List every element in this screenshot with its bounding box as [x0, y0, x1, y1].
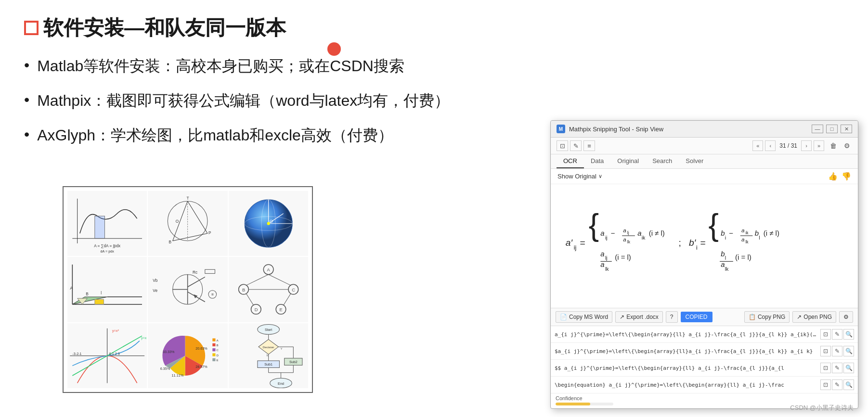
- nav-next-button[interactable]: ›: [801, 140, 812, 151]
- svg-text:A: A: [267, 268, 270, 273]
- nav-prev-button[interactable]: ‹: [765, 140, 776, 151]
- svg-text:lj: lj: [605, 255, 608, 261]
- graph-cell-triangle: T B P O: [148, 191, 227, 256]
- tab-original[interactable]: Original: [610, 154, 646, 168]
- svg-line-54: [268, 275, 290, 286]
- export-docx-button[interactable]: ↗ Export .docx: [615, 311, 663, 323]
- bullet-dot-1: •: [24, 56, 29, 74]
- latex-copy-btn-1[interactable]: ⊡: [820, 329, 831, 340]
- open-png-button[interactable]: ↗ Open PNG: [792, 311, 836, 323]
- svg-text:28.57%: 28.57%: [196, 365, 208, 369]
- svg-text:Sub2: Sub2: [289, 360, 298, 364]
- graph-cell-graph-nodes: A B C D E: [229, 257, 308, 322]
- tab-ocr[interactable]: OCR: [557, 154, 584, 168]
- svg-text:Y: Y: [280, 347, 282, 350]
- latex-edit-btn-2[interactable]: ✎: [832, 346, 842, 356]
- latex-row-1: a_{i j}^{\prime}=\left\{\begin{array}{ll…: [551, 326, 858, 343]
- help-button[interactable]: ?: [666, 311, 678, 323]
- svg-rect-75: [213, 353, 216, 356]
- nav-last-button[interactable]: »: [814, 140, 824, 151]
- latex-search-btn-1[interactable]: 🔍: [843, 329, 854, 340]
- copy-png-button[interactable]: 📋 Copy PNG: [744, 311, 790, 323]
- svg-text:−: −: [729, 229, 733, 237]
- svg-text:lk: lk: [605, 266, 609, 272]
- thumbdown-icon[interactable]: 👎: [842, 172, 851, 181]
- latex-copy-btn-3[interactable]: ⊡: [820, 363, 831, 373]
- window-controls[interactable]: — □ ✕: [812, 125, 852, 133]
- svg-text:ik: ik: [745, 230, 749, 235]
- more-options-button[interactable]: ⚙: [839, 311, 853, 323]
- svg-text:C: C: [217, 348, 219, 352]
- latex-search-btn-2[interactable]: 🔍: [843, 346, 854, 356]
- show-original-row[interactable]: Show Original ∨ 👍 👎: [551, 169, 858, 184]
- svg-text:ij: ij: [574, 244, 577, 251]
- latex-edit-btn-4[interactable]: ✎: [832, 379, 842, 390]
- svg-line-8: [173, 233, 207, 240]
- svg-text:Sub1: Sub1: [264, 362, 272, 366]
- svg-text:a: a: [600, 229, 604, 237]
- window-titlebar: M Mathpix Snipping Tool - Snip View — □ …: [551, 121, 858, 138]
- svg-text:y=x²: y=x²: [112, 329, 119, 333]
- svg-text:A: A: [70, 286, 73, 291]
- settings-button[interactable]: ⚙: [842, 140, 852, 151]
- latex-copy-btn-4[interactable]: ⊡: [820, 379, 831, 390]
- copy-ms-word-button[interactable]: 📄 Copy MS Word: [556, 311, 612, 323]
- svg-text:A = ∑dA = ∫pdx: A = ∑dA = ∫pdx: [94, 244, 121, 248]
- svg-text:-3-2-1: -3-2-1: [72, 351, 81, 355]
- edit-icon-button[interactable]: ✎: [570, 140, 582, 151]
- close-button[interactable]: ✕: [841, 125, 852, 133]
- latex-action-btns-4: ⊡ ✎ 🔍: [820, 379, 854, 390]
- copied-button[interactable]: COPIED: [681, 312, 713, 322]
- svg-rect-2: [95, 216, 105, 238]
- svg-text:C: C: [292, 288, 295, 292]
- latex-edit-btn-3[interactable]: ✎: [832, 363, 842, 373]
- tab-search[interactable]: Search: [646, 154, 679, 168]
- svg-text:lk: lk: [745, 240, 749, 244]
- svg-text:A: A: [217, 338, 219, 341]
- svg-text:a: a: [741, 236, 745, 242]
- svg-text:D: D: [217, 353, 219, 356]
- svg-text:l: l: [759, 235, 760, 240]
- svg-text:E: E: [279, 307, 282, 312]
- tab-solver[interactable]: Solver: [679, 154, 710, 168]
- latex-search-btn-3[interactable]: 🔍: [843, 363, 854, 373]
- svg-text:P: P: [208, 231, 211, 235]
- tab-data[interactable]: Data: [584, 154, 610, 168]
- svg-text:b: b: [721, 229, 725, 237]
- latex-text-4: \begin{equation} a_{i j}^{\prime}=\left\…: [555, 382, 818, 388]
- latex-copy-btn-2[interactable]: ⊡: [820, 346, 831, 356]
- latex-row-4: \begin{equation} a_{i j}^{\prime}=\left\…: [551, 377, 858, 393]
- trash-button[interactable]: 🗑: [828, 140, 839, 151]
- latex-results: a_{i j}^{\prime}=\left\{\begin{array}{ll…: [551, 326, 858, 393]
- page-indicator: 31 / 31: [777, 142, 799, 149]
- latex-search-btn-4[interactable]: 🔍: [843, 379, 854, 390]
- menu-icon-button[interactable]: ≡: [583, 140, 595, 151]
- window-tabs: OCR Data Original Search Solver: [551, 154, 858, 169]
- svg-text:a: a: [721, 260, 725, 268]
- svg-text:T: T: [187, 196, 189, 201]
- svg-text:−: −: [611, 229, 615, 237]
- title-square-icon: [24, 21, 39, 35]
- svg-text:Ve: Ve: [153, 289, 158, 293]
- svg-text:Decision: Decision: [262, 345, 274, 349]
- svg-text:B: B: [217, 343, 219, 347]
- svg-text:a: a: [623, 236, 626, 242]
- svg-line-55: [246, 293, 253, 305]
- thumbup-icon[interactable]: 👍: [828, 172, 838, 181]
- svg-text:O: O: [176, 219, 179, 224]
- latex-edit-btn-1[interactable]: ✎: [832, 329, 842, 340]
- svg-text:B: B: [242, 288, 245, 292]
- open-png-icon: ↗: [797, 314, 802, 320]
- minimize-button[interactable]: —: [812, 125, 823, 133]
- svg-text:;: ;: [679, 238, 681, 248]
- nav-first-button[interactable]: «: [752, 140, 763, 151]
- bullet-item-1: • Matlab等软件安装：高校本身已购买；或在CSDN搜索: [24, 56, 505, 77]
- svg-rect-73: [213, 348, 216, 351]
- svg-text:ij: ij: [605, 235, 608, 240]
- copy-png-icon: 📋: [749, 314, 756, 320]
- maximize-button[interactable]: □: [826, 125, 838, 133]
- svg-text:dA = pdx: dA = pdx: [101, 249, 115, 253]
- show-original-label: Show Original: [557, 173, 596, 180]
- bullet-dot-3: •: [24, 125, 29, 143]
- crop-icon-button[interactable]: ⊡: [557, 140, 568, 151]
